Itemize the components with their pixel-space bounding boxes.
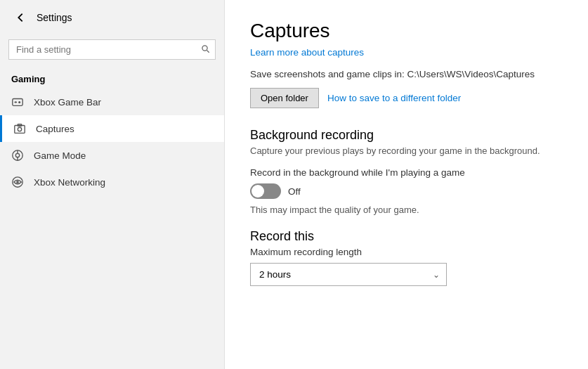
folder-row: Open folder How to save to a different f… [250, 88, 563, 108]
background-recording-heading: Background recording [250, 128, 563, 143]
sidebar-item-xbox-networking[interactable]: Xbox Networking [0, 169, 224, 195]
settings-title: Settings [37, 12, 72, 23]
xbox-game-bar-label: Xbox Game Bar [34, 97, 101, 108]
save-path-text: Save screenshots and game clips in: C:\U… [250, 69, 563, 79]
record-this-heading: Record this [250, 229, 563, 244]
open-folder-button[interactable]: Open folder [250, 88, 319, 108]
svg-point-14 [16, 181, 19, 183]
main-content: Captures Learn more about captures Save … [225, 0, 588, 369]
sidebar-item-xbox-game-bar[interactable]: Xbox Game Bar [0, 89, 224, 115]
search-box [8, 39, 216, 60]
impact-note: This may impact the quality of your game… [250, 205, 563, 215]
search-input[interactable] [8, 39, 216, 60]
background-recording-toggle[interactable] [250, 183, 281, 199]
sidebar-item-captures[interactable]: Captures [0, 115, 224, 142]
max-recording-label: Maximum recording length [250, 247, 563, 257]
svg-point-7 [18, 127, 21, 131]
recording-length-dropdown[interactable]: 30 minutes 1 hour 2 hours 4 hours 8 hour… [250, 263, 447, 286]
toggle-knob [251, 185, 264, 198]
gaming-section-label: Gaming [0, 68, 224, 89]
search-icon [201, 44, 210, 56]
sidebar-header: Settings [0, 0, 224, 35]
svg-point-5 [19, 102, 20, 103]
captures-label: Captures [36, 124, 74, 134]
recording-length-dropdown-wrap: 30 minutes 1 hour 2 hours 4 hours 8 hour… [250, 263, 447, 286]
learn-more-link[interactable]: Learn more about captures [250, 47, 364, 58]
record-label: Record in the background while I'm playi… [250, 167, 563, 178]
svg-line-1 [207, 50, 209, 52]
xbox-networking-icon [11, 176, 24, 188]
sidebar: Settings Gaming Xbox Game Bar [0, 0, 225, 369]
captures-icon [13, 122, 26, 135]
svg-rect-6 [15, 126, 25, 134]
game-mode-label: Game Mode [34, 150, 86, 161]
svg-rect-2 [13, 99, 22, 106]
toggle-state-label: Off [288, 186, 301, 197]
xbox-networking-label: Xbox Networking [34, 177, 105, 188]
svg-point-0 [202, 45, 207, 50]
xbox-game-bar-icon [11, 96, 24, 108]
background-recording-desc: Capture your previous plays by recording… [250, 145, 563, 156]
game-mode-icon [11, 149, 24, 162]
page-title: Captures [250, 20, 563, 42]
back-button[interactable] [11, 8, 30, 27]
how-to-link[interactable]: How to save to a different folder [327, 93, 461, 103]
sidebar-item-game-mode[interactable]: Game Mode [0, 142, 224, 169]
svg-point-10 [15, 153, 19, 157]
toggle-row: Off [250, 183, 563, 199]
